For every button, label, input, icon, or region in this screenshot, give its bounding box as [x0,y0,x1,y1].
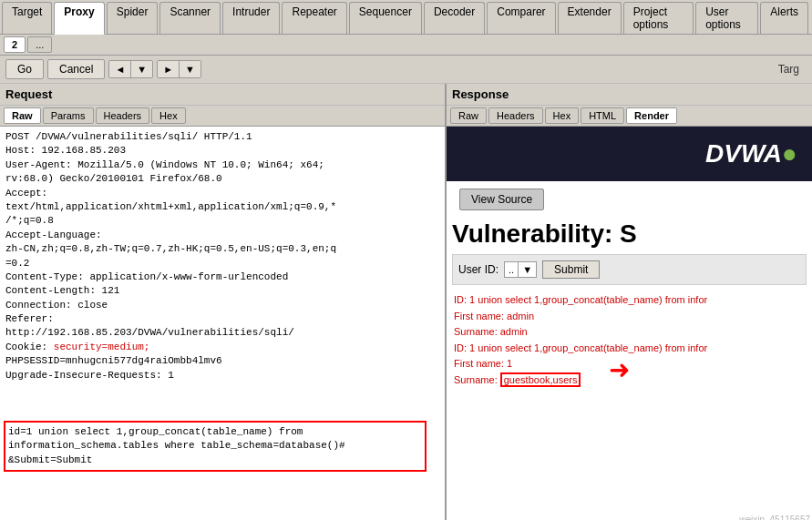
user-id-value: .. [505,262,518,277]
response-tab-render[interactable]: Render [626,107,677,124]
user-id-input: .. ▼ [504,261,537,278]
result-line-1: ID: 1 union select 1,group_concat(table_… [454,292,805,309]
sql-payload-box: id=1 union select 1,group_concat(table_n… [4,421,427,472]
request-title: Request [0,84,445,106]
watermark: weixin_45115657 [739,515,810,520]
request-tabs: Raw Params Headers Hex [0,106,445,127]
tab-repeater[interactable]: Repeater [282,2,346,34]
go-button[interactable]: Go [5,59,44,79]
result-line-2: First name: admin [454,309,805,325]
dvwa-header: DVWA● [447,127,812,181]
request-tab-raw[interactable]: Raw [4,107,41,124]
tab-comparer[interactable]: Comparer [487,2,555,34]
target-label: Targ [778,63,807,76]
main-content: Request Raw Params Headers Hex POST /DVW… [0,84,812,520]
nav-back: ◄ ▼ [108,60,153,78]
tab-user-options[interactable]: User options [695,2,758,34]
view-source-button[interactable]: View Source [459,189,544,210]
top-tab-bar: Target Proxy Spider Scanner Intruder Rep… [0,0,812,35]
dropdown-icon[interactable]: ▼ [518,262,536,277]
tab-proxy[interactable]: Proxy [54,2,104,35]
tab-extender[interactable]: Extender [558,2,622,34]
request-tab-headers[interactable]: Headers [96,107,150,124]
user-id-label: User ID: [458,263,499,276]
nav-back-dropdown[interactable]: ▼ [131,61,152,77]
nav-forward-button[interactable]: ► [158,61,180,77]
nav-back-button[interactable]: ◄ [109,61,131,77]
tab-alerts[interactable]: Alerts [760,2,808,34]
response-tab-headers[interactable]: Headers [488,107,543,124]
nav-forward: ► ▼ [157,60,201,78]
dvwa-logo: DVWA● [705,139,797,168]
tab-sequencer[interactable]: Sequencer [349,2,422,34]
tab-intruder[interactable]: Intruder [222,2,280,34]
sub-tab-2[interactable]: 2 [4,36,26,53]
result-line-3: Surname: admin [454,324,805,341]
tab-target[interactable]: Target [2,2,52,34]
response-render-area: DVWA● View Source Vulnerability: S User … [447,127,812,520]
user-id-form: User ID: .. ▼ Submit [452,254,807,285]
request-tab-hex[interactable]: Hex [151,107,186,124]
response-tab-html[interactable]: HTML [581,107,624,124]
request-tab-params[interactable]: Params [43,107,94,124]
tab-project-options[interactable]: Project options [623,2,694,34]
vulnerability-title: Vulnerability: S [447,218,812,250]
submit-button[interactable]: Submit [542,260,600,279]
toolbar: Go Cancel ◄ ▼ ► ▼ Targ [0,56,812,84]
tab-spider[interactable]: Spider [107,2,159,34]
surname-highlight-box: guestbook,users [500,372,581,387]
cancel-button[interactable]: Cancel [47,59,105,79]
tab-decoder[interactable]: Decoder [424,2,485,34]
response-tabs: Raw Headers Hex HTML Render [447,106,812,127]
sub-tab-more[interactable]: ... [27,36,52,53]
view-source-area: View Source [447,181,812,218]
response-tab-hex[interactable]: Hex [545,107,580,124]
sub-tab-bar: 2 ... [0,35,812,56]
request-panel: Request Raw Params Headers Hex POST /DVW… [0,84,447,520]
sql-results: ID: 1 union select 1,group_concat(table_… [447,289,812,393]
arrow-icon: ➜ [609,350,630,391]
request-text: POST /DVWA/vulnerabilities/sqli/ HTTP/1.… [0,127,445,386]
tab-scanner[interactable]: Scanner [159,2,221,34]
response-title: Response [447,84,812,106]
nav-forward-dropdown[interactable]: ▼ [180,61,200,77]
request-body[interactable]: POST /DVWA/vulnerabilities/sqli/ HTTP/1.… [0,127,445,520]
response-panel: Response Raw Headers Hex HTML Render DVW… [447,84,812,520]
response-tab-raw[interactable]: Raw [450,107,487,124]
